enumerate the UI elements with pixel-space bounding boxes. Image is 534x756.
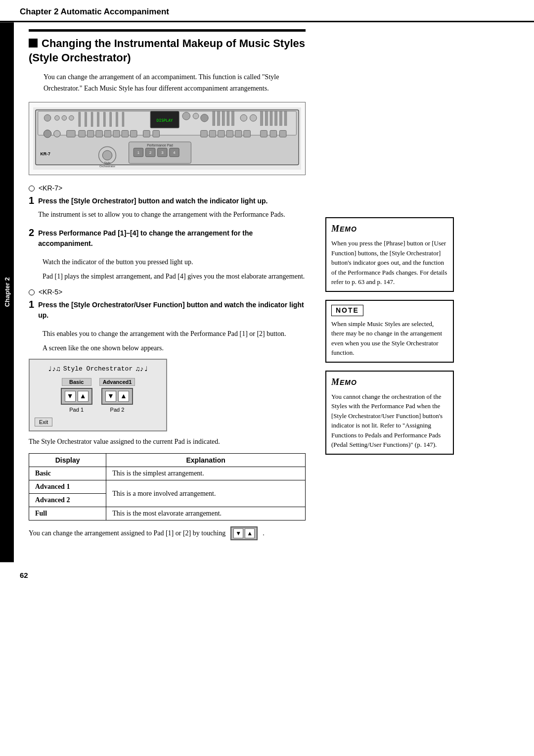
svg-rect-48 xyxy=(226,131,233,138)
kr7-label: <KR-7> xyxy=(29,184,306,192)
kr7-step2-title: Press Performance Pad [1]–[4] to change … xyxy=(38,228,306,249)
screen-mockup: ♩♪♫ Style Orchestrator ♫♪♩ Basic ▼ ▲ Pad… xyxy=(29,359,167,431)
svg-rect-9 xyxy=(91,112,93,127)
kr7-step1-content: Press the [Style Orchestrator] button an… xyxy=(38,196,306,223)
pad1-label: Basic xyxy=(62,378,91,386)
svg-point-34 xyxy=(54,131,61,138)
table-cell-display-adv1: Advanced 1 xyxy=(29,480,106,494)
svg-point-33 xyxy=(44,130,51,138)
inline-down-button[interactable]: ▼ xyxy=(233,528,243,538)
exit-button[interactable]: Exit xyxy=(35,418,52,426)
svg-rect-11 xyxy=(103,112,105,127)
left-column: Changing the Instrumental Makeup of Musi… xyxy=(14,22,320,547)
kr7-step1-number: 1 xyxy=(29,195,34,206)
svg-rect-44 xyxy=(153,131,160,138)
table-header-display: Display xyxy=(29,454,106,467)
section-title: Changing the Instrumental Makeup of Musi… xyxy=(29,29,306,65)
screen-title-bar: ♩♪♫ Style Orchestrator ♫♪♩ xyxy=(35,365,161,373)
svg-text:3: 3 xyxy=(161,150,163,155)
svg-rect-28 xyxy=(265,111,267,126)
svg-rect-22 xyxy=(222,111,224,126)
chapter-title: Chapter 2 Automatic Accompaniment xyxy=(20,7,169,16)
kr7-circle-icon xyxy=(29,186,35,191)
svg-point-4 xyxy=(55,116,60,121)
black-square-icon xyxy=(29,39,38,47)
svg-rect-36 xyxy=(79,131,86,138)
kr7-step2-number: 2 xyxy=(29,227,34,238)
memo1-header: MEMO xyxy=(331,222,448,236)
pad2-buttons: ▼ ▲ xyxy=(101,388,133,405)
pad2-name: Pad 2 xyxy=(110,407,125,413)
kr5-label: <KR-5> xyxy=(29,288,306,296)
memo-box-1: MEMO When you press the [Phrase] button … xyxy=(325,217,454,292)
table-row: Advanced 1 This is a more involved arran… xyxy=(29,480,306,494)
svg-text:Performance Pad: Performance Pad xyxy=(147,143,173,147)
svg-rect-29 xyxy=(270,111,272,126)
kr5-step1-title: Press the [Style Orchestrator/User Funct… xyxy=(38,300,306,321)
kr7-step2: 2 Press Performance Pad [1]–[4] to chang… xyxy=(29,228,306,252)
svg-rect-14 xyxy=(122,112,124,127)
svg-rect-24 xyxy=(232,111,234,126)
kr7-step2-body1: Watch the indicator of the button you pr… xyxy=(43,257,306,268)
kr5-step1-content: Press the [Style Orchestrator/User Funct… xyxy=(38,300,306,324)
memo2-header: MEMO xyxy=(331,376,448,389)
main-content: Changing the Instrumental Makeup of Musi… xyxy=(14,22,534,562)
memo-box-2: MEMO You cannot change the orchestration… xyxy=(325,371,454,455)
svg-rect-46 xyxy=(209,131,216,138)
svg-rect-8 xyxy=(85,112,87,127)
svg-text:1: 1 xyxy=(137,150,139,155)
screen-title: Style Orchestrator xyxy=(63,365,133,373)
pad2-label: Advanced1 xyxy=(99,378,135,386)
pad1-up-button[interactable]: ▲ xyxy=(78,391,89,402)
pad2-down-button[interactable]: ▼ xyxy=(105,391,116,402)
svg-rect-32 xyxy=(284,111,287,126)
table-header-explanation: Explanation xyxy=(106,454,306,467)
svg-point-3 xyxy=(44,115,51,122)
kr7-step1-title: Press the [Style Orchestrator] button an… xyxy=(38,196,306,206)
table-row: Full This is the most elavorate arrangem… xyxy=(29,507,306,520)
display-table: Display Explanation Basic This is the si… xyxy=(29,453,306,520)
screen-pads: Basic ▼ ▲ Pad 1 Advanced1 ▼ ▲ xyxy=(35,378,161,413)
side-tab: Chapter 2 xyxy=(0,22,14,562)
pad1-down-button[interactable]: ▼ xyxy=(65,391,76,402)
svg-rect-39 xyxy=(104,131,111,138)
memo2-text: You cannot change the orchestration of t… xyxy=(331,392,448,450)
pad2-up-button[interactable]: ▲ xyxy=(118,391,129,402)
svg-rect-42 xyxy=(130,131,137,138)
svg-rect-53 xyxy=(279,131,286,138)
svg-rect-41 xyxy=(122,131,129,138)
screen-pad1: Basic ▼ ▲ Pad 1 xyxy=(61,378,92,413)
svg-rect-21 xyxy=(218,111,220,126)
pad1-name: Pad 1 xyxy=(69,407,84,413)
table-cell-explanation-advanced: This is a more involved arrangement. xyxy=(106,480,306,507)
svg-point-18 xyxy=(193,113,199,119)
svg-rect-31 xyxy=(279,111,282,126)
keyboard-svg: DISPLAY xyxy=(33,106,301,171)
svg-rect-38 xyxy=(96,131,103,138)
keyboard-image: DISPLAY xyxy=(29,102,306,175)
inline-up-button[interactable]: ▲ xyxy=(245,528,255,538)
svg-text:Orchestrator: Orchestrator xyxy=(99,165,115,168)
music-notes-left-icon: ♩♪♫ xyxy=(48,365,60,373)
page: Chapter 2 Automatic Accompaniment Chapte… xyxy=(0,0,534,756)
svg-rect-10 xyxy=(97,112,99,127)
bottom-text: You can change the arrangement assigned … xyxy=(29,526,306,540)
svg-rect-37 xyxy=(87,131,94,138)
right-column: MEMO When you press the [Phrase] button … xyxy=(320,22,469,547)
kr7-step1: 1 Press the [Style Orchestrator] button … xyxy=(29,196,306,223)
screen-caption: The Style Orchestrator value assigned to… xyxy=(29,436,306,447)
svg-rect-40 xyxy=(113,131,120,138)
table-cell-display-adv2: Advanced 2 xyxy=(29,494,106,507)
svg-rect-7 xyxy=(79,112,81,127)
svg-text:DISPLAY: DISPLAY xyxy=(157,118,173,123)
svg-rect-12 xyxy=(110,112,112,127)
svg-point-25 xyxy=(240,115,247,122)
table-cell-explanation-basic: This is the simplest arrangement. xyxy=(106,467,306,480)
svg-rect-47 xyxy=(218,131,225,138)
svg-rect-50 xyxy=(244,131,251,138)
note-box: NOTE When simple Music Styles are select… xyxy=(325,300,454,363)
kr7-step2-content: Press Performance Pad [1]–[4] to change … xyxy=(38,228,306,252)
intro-text: You can change the arrangement of an acc… xyxy=(44,72,306,94)
inline-pad-buttons: ▼ ▲ xyxy=(230,526,258,540)
svg-text:2: 2 xyxy=(149,150,151,155)
